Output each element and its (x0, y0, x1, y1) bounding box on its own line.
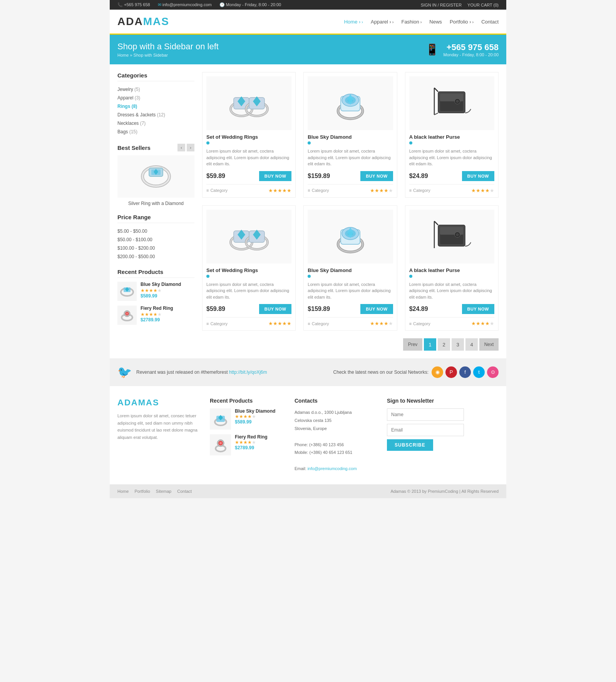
svg-point-53 (456, 233, 459, 236)
best-sellers-prev[interactable]: ‹ (177, 144, 185, 151)
sidebar-recent-price-2: $2789.99 (141, 317, 173, 323)
product-img-4 (206, 210, 291, 264)
product-meta-6: ≡ Category ★★★★★ (409, 317, 494, 326)
product-stars-2: ★★★★★ (370, 188, 393, 193)
price-range-4[interactable]: $200.00 - $500.00 (117, 252, 194, 261)
subscribe-button[interactable]: SUBSCRIBE (387, 439, 433, 451)
breadcrumb-current: Shop with Sidebar (134, 53, 168, 57)
nav-apparel[interactable]: Apparel › (371, 19, 393, 25)
footer-link-home[interactable]: Home (117, 489, 129, 494)
pagination-prev[interactable]: Prev (403, 338, 422, 351)
product-dot-6 (409, 275, 412, 278)
sidebar-recent-name-2: Fiery Red Ring (141, 306, 173, 311)
nav-contact[interactable]: Contact (481, 19, 499, 25)
product-desc-5: Lorem ipsum dolor sit amet, coctera adip… (308, 281, 393, 301)
breadcrumb-home[interactable]: Home (117, 53, 129, 57)
sign-in-link[interactable]: SIGN IN / REGISTER (421, 3, 462, 7)
product-buy-row-3: $24.89 BUY NOW (409, 171, 494, 181)
buy-now-btn-5[interactable]: BUY NOW (360, 304, 393, 314)
footer-product-name-2: Fiery Red Ring (235, 434, 268, 440)
product-title-3: A black leather Purse (409, 134, 494, 140)
rss-icon[interactable]: ◉ (432, 366, 443, 378)
sidebar-recent-price-1: $589.99 (141, 293, 181, 299)
pagination-page-1[interactable]: 1 (424, 338, 436, 351)
facebook-icon[interactable]: f (459, 366, 471, 378)
newsletter-email-input[interactable] (387, 424, 464, 436)
pagination-page-2[interactable]: 2 (438, 338, 450, 351)
sidebar-recent-info-2: Fiery Red Ring ★★★★★ $2789.99 (141, 306, 173, 323)
product-desc-3: Lorem ipsum dolor sit amet, coctera adip… (409, 148, 494, 167)
pagination-page-3[interactable]: 3 (452, 338, 464, 351)
footer-link-portfolio[interactable]: Portfolio (134, 489, 150, 494)
banner-left: Shop with a Sidebar on left Home » Shop … (117, 42, 219, 57)
buy-now-btn-6[interactable]: BUY NOW (462, 304, 494, 314)
buy-now-btn-1[interactable]: BUY NOW (259, 171, 291, 181)
best-sellers-title: Best Sellers (117, 144, 151, 151)
best-sellers-next[interactable]: › (187, 144, 194, 151)
footer-email-link[interactable]: info@premiumcoding.com (308, 466, 357, 471)
product-title-6: A black leather Purse (409, 267, 494, 273)
price-range-1[interactable]: $5.00 - $50.00 (117, 227, 194, 235)
pagination: Prev 1 2 3 4 Next (202, 338, 499, 351)
product-stars-3: ★★★★★ (471, 188, 494, 193)
product-desc-4: Lorem ipsum dolor sit amet, coctera adip… (206, 281, 291, 301)
banner-contact: +565 975 658 Monday - Friday, 8:00 - 20:… (444, 42, 499, 57)
footer-link-sitemap[interactable]: Sitemap (156, 489, 171, 494)
bottom-footer: Home Portfolio Sitemap Contact Adamas © … (110, 484, 506, 498)
product-img-5 (308, 210, 393, 264)
social-section: Check the latest news on our Social Netw… (333, 366, 499, 378)
nav-home[interactable]: Home › (344, 19, 363, 25)
svg-point-11 (126, 313, 128, 314)
nav-portfolio[interactable]: Portfolio › (450, 19, 474, 25)
top-phone: 📞 +565 975 658 (117, 2, 150, 7)
product-category-2: ≡ Category (308, 188, 329, 193)
buy-now-btn-2[interactable]: BUY NOW (360, 171, 393, 181)
product-buy-row-6: $24.89 BUY NOW (409, 304, 494, 314)
sidebar: Categories Jewelry (5) Apparel (3) Rings… (117, 72, 194, 351)
category-dresses[interactable]: Dresses & Jackets (12) (117, 111, 194, 119)
pinterest-icon[interactable]: P (445, 366, 457, 378)
sidebar-recent-info-1: Blue Sky Diamond ★★★★★ $589.99 (141, 282, 181, 299)
footer: ADAMAS Lorem ipsum dolor sit amet, conse… (110, 386, 506, 484)
pagination-next[interactable]: Next (479, 338, 499, 351)
footer-product-info-2: Fiery Red Ring ★★★★★ $2789.99 (235, 434, 268, 450)
product-dot-3 (409, 141, 412, 144)
product-category-4: ≡ Category (206, 321, 228, 326)
top-bar-right: SIGN IN / REGISTER YOUR CART (0) (421, 3, 499, 7)
pagination-page-4[interactable]: 4 (465, 338, 478, 351)
product-buy-row-5: $159.89 BUY NOW (308, 304, 393, 314)
banner-title: Shop with a Sidebar on left (117, 42, 219, 52)
footer-product-img-2 (210, 434, 231, 455)
footer-link-contact[interactable]: Contact (177, 489, 192, 494)
twitter-link[interactable]: http://bit.ly/qoXj6m (229, 370, 267, 375)
buy-now-btn-4[interactable]: BUY NOW (259, 304, 291, 314)
main-content: Categories Jewelry (5) Apparel (3) Rings… (110, 64, 506, 358)
twitter-icon[interactable]: t (473, 366, 485, 378)
top-email: ✉ info@premiumcoding.com (158, 2, 212, 7)
price-range-2[interactable]: $50.00 - $100.00 (117, 235, 194, 244)
best-sellers-nav: ‹ › (177, 144, 194, 151)
cart-link[interactable]: YOUR CART (0) (467, 3, 499, 7)
product-dot-2 (308, 141, 311, 144)
product-meta-3: ≡ Category ★★★★★ (409, 184, 494, 193)
category-bags[interactable]: Bags (15) (117, 128, 194, 136)
category-rings[interactable]: Rings (8) (117, 102, 194, 111)
best-sellers-product-name: Silver Ring with a Diamond (117, 201, 194, 206)
main-nav: Home › Apparel › Fashion News Portfolio … (344, 19, 499, 25)
category-apparel[interactable]: Apparel (3) (117, 94, 194, 102)
product-dot-4 (206, 275, 209, 278)
product-title-4: Set of Wedding Rings (206, 267, 291, 273)
category-jewelry[interactable]: Jewelry (5) (117, 85, 194, 94)
newsletter-title: Sign to Newsletter (387, 398, 464, 404)
price-range-3[interactable]: $100.00 - $200.00 (117, 244, 194, 252)
dribbble-icon[interactable]: ⊙ (487, 366, 499, 378)
best-sellers-image (117, 155, 194, 198)
newsletter-name-input[interactable] (387, 408, 464, 421)
category-necklaces[interactable]: Necklaces (7) (117, 119, 194, 128)
nav-news[interactable]: News (429, 19, 442, 25)
product-category-5: ≡ Category (308, 321, 329, 326)
categories-list: Jewelry (5) Apparel (3) Rings (8) Dresse… (117, 85, 194, 136)
nav-fashion[interactable]: Fashion (401, 19, 422, 25)
product-card-3: A black leather Purse Lorem ipsum dolor … (405, 72, 499, 198)
buy-now-btn-3[interactable]: BUY NOW (462, 171, 494, 181)
